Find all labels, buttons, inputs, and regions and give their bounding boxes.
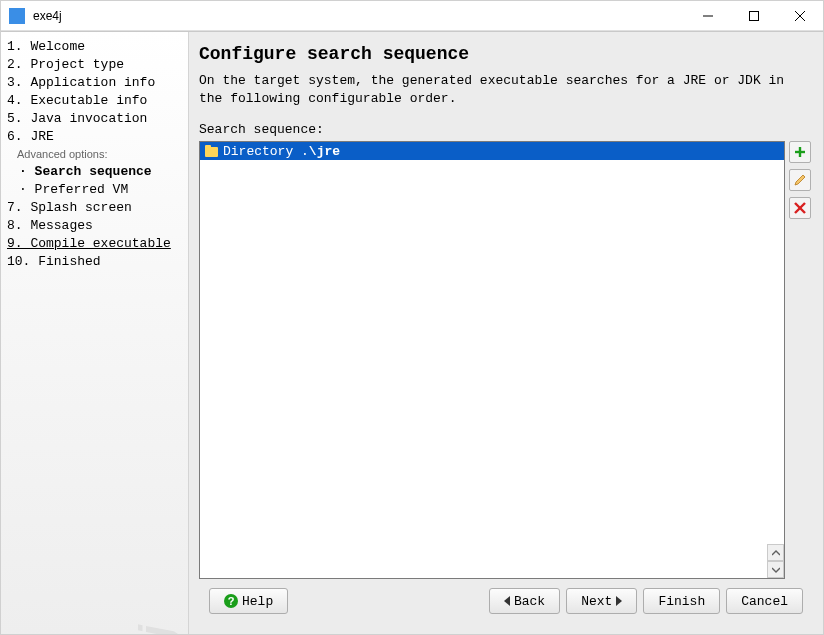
sidebar-item-preferred-vm[interactable]: · Preferred VM	[5, 181, 186, 199]
sidebar-item-compile-executable[interactable]: 9. Compile executable	[5, 235, 186, 253]
sidebar-item-search-sequence[interactable]: · Search sequence	[5, 163, 186, 181]
app-window: exe4j 1. Welcome 2. Project type 3. Appl…	[0, 0, 824, 635]
footer: ? Help Back Next Finish Cancel	[199, 579, 813, 623]
finish-button[interactable]: Finish	[643, 588, 720, 614]
close-icon	[795, 11, 805, 21]
main-panel: Configure search sequence On the target …	[189, 32, 823, 634]
scroll-up-button[interactable]	[767, 544, 784, 561]
list-label: Search sequence:	[199, 122, 813, 137]
list-side-buttons	[789, 141, 813, 219]
sidebar-watermark: exe4j	[130, 626, 180, 634]
sidebar-item-splash-screen[interactable]: 7. Splash screen	[5, 199, 186, 217]
sidebar-advanced-label: Advanced options:	[5, 146, 186, 163]
next-label: Next	[581, 594, 612, 609]
sequence-row: Directory .\jre	[199, 141, 813, 579]
plus-icon	[793, 145, 807, 159]
back-label: Back	[514, 594, 545, 609]
triangle-left-icon	[504, 596, 510, 606]
sidebar-item-java-invocation[interactable]: 5. Java invocation	[5, 110, 186, 128]
minimize-button[interactable]	[685, 1, 731, 31]
app-icon	[9, 8, 25, 24]
cancel-label: Cancel	[741, 594, 788, 609]
list-scrollbar	[767, 544, 784, 578]
help-label: Help	[242, 594, 273, 609]
window-controls	[685, 1, 823, 31]
sidebar-item-finished[interactable]: 10. Finished	[5, 253, 186, 271]
maximize-button[interactable]	[731, 1, 777, 31]
sidebar: 1. Welcome 2. Project type 3. Applicatio…	[1, 32, 189, 634]
folder-icon	[204, 145, 220, 158]
chevron-down-icon	[772, 567, 780, 573]
sidebar-item-jre[interactable]: 6. JRE	[5, 128, 186, 146]
list-item-suffix: \jre	[309, 144, 340, 159]
sidebar-item-messages[interactable]: 8. Messages	[5, 217, 186, 235]
titlebar: exe4j	[1, 1, 823, 31]
finish-label: Finish	[658, 594, 705, 609]
minimize-icon	[703, 11, 713, 21]
maximize-icon	[749, 11, 759, 21]
scroll-down-button[interactable]	[767, 561, 784, 578]
pencil-icon	[793, 173, 807, 187]
svg-rect-1	[750, 11, 759, 20]
close-button[interactable]	[777, 1, 823, 31]
body: 1. Welcome 2. Project type 3. Applicatio…	[1, 31, 823, 634]
help-icon: ?	[224, 594, 238, 608]
list-item[interactable]: Directory .\jre	[200, 142, 784, 160]
page-description: On the target system, the generated exec…	[199, 72, 813, 108]
edit-button[interactable]	[789, 169, 811, 191]
triangle-right-icon	[616, 596, 622, 606]
x-icon	[793, 201, 807, 215]
help-button[interactable]: ? Help	[209, 588, 288, 614]
back-button[interactable]: Back	[489, 588, 560, 614]
sidebar-item-executable-info[interactable]: 4. Executable info	[5, 92, 186, 110]
sidebar-item-application-info[interactable]: 3. Application info	[5, 74, 186, 92]
delete-button[interactable]	[789, 197, 811, 219]
list-item-prefix: Directory .	[223, 144, 309, 159]
add-button[interactable]	[789, 141, 811, 163]
next-button[interactable]: Next	[566, 588, 637, 614]
cancel-button[interactable]: Cancel	[726, 588, 803, 614]
search-sequence-list[interactable]: Directory .\jre	[199, 141, 785, 579]
window-title: exe4j	[33, 9, 62, 23]
page-title: Configure search sequence	[199, 40, 813, 64]
chevron-up-icon	[772, 550, 780, 556]
sidebar-item-welcome[interactable]: 1. Welcome	[5, 38, 186, 56]
sidebar-item-project-type[interactable]: 2. Project type	[5, 56, 186, 74]
